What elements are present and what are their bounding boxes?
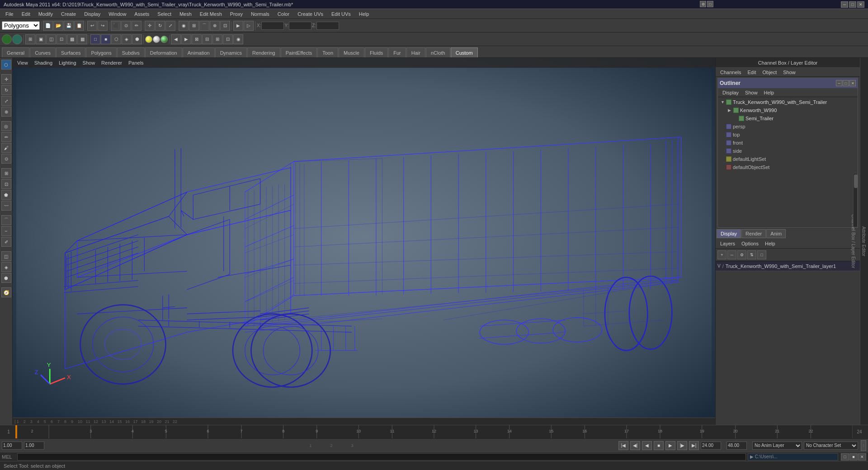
menu-color[interactable]: Color (274, 9, 293, 19)
cmd-btn-1[interactable]: □ (841, 453, 849, 461)
viewport-menu-panels[interactable]: Panels (126, 58, 146, 67)
prev-frame-button[interactable]: ◀| (630, 441, 640, 450)
outliner-item[interactable]: ▶ Kenworth_W990 (719, 106, 857, 114)
timeline-ruler[interactable]: 2 3 4 5 6 7 8 9 10 11 12 13 14 15 16 17 … (15, 425, 853, 438)
x-input[interactable] (261, 22, 284, 30)
anim-layer-select[interactable]: No Anim Layer (752, 442, 802, 450)
pencil-curve-button[interactable]: ✐ (1, 237, 11, 247)
sculpt-button[interactable]: ✏ (1, 132, 11, 142)
menu-edit[interactable]: Edit (18, 9, 34, 19)
new-layer-button[interactable]: + (717, 250, 726, 259)
cb-tab-anim[interactable]: Anim (766, 229, 786, 238)
viewport-menu-show[interactable]: Show (80, 58, 98, 67)
save-as-button[interactable]: 📋 (74, 21, 84, 31)
select-mode-button[interactable]: ⬛ (111, 21, 121, 31)
new-file-button[interactable]: 📄 (43, 21, 53, 31)
layers-layers-menu[interactable]: Layers (717, 240, 738, 247)
menu-normals[interactable]: Normals (247, 9, 273, 19)
outliner-help-menu[interactable]: Help (761, 89, 777, 96)
delete-layer-button[interactable]: ─ (727, 250, 736, 259)
layers-help-menu[interactable]: Help (762, 240, 778, 247)
tab-fur[interactable]: Fur (388, 47, 406, 57)
soft-select-button[interactable]: ◉ (179, 21, 189, 31)
create-joint-button[interactable]: ⊡ (1, 179, 11, 189)
panel-resize-button[interactable]: □ (707, 1, 713, 7)
outliner-display-menu[interactable]: Display (720, 89, 741, 96)
outliner-item[interactable]: ▶ defaultLightSet (719, 155, 857, 163)
tab-general[interactable]: General (2, 47, 29, 57)
layout-btn-6[interactable]: ▦ (77, 34, 87, 44)
view-icon-2[interactable]: ▶ (181, 34, 191, 44)
tab-custom[interactable]: Custom (451, 47, 478, 57)
viewport-menu-view[interactable]: View (14, 58, 31, 67)
cmd-btn-3[interactable]: ✕ (858, 453, 866, 461)
snap-point-button[interactable]: ⊕ (210, 21, 220, 31)
tab-muscle[interactable]: Muscle (339, 47, 364, 57)
y-input[interactable] (289, 22, 311, 30)
outliner-item[interactable]: ▶ defaultObjectSet (719, 163, 857, 171)
outliner-item[interactable]: ▶ top (719, 131, 857, 139)
outliner-minimize[interactable]: ─ (836, 80, 842, 86)
tab-painteffects[interactable]: PaintEffects (281, 47, 317, 57)
tab-toon[interactable]: Toon (317, 47, 338, 57)
layout-btn-5[interactable]: ▩ (67, 34, 77, 44)
tab-dynamics[interactable]: Dynamics (215, 47, 247, 57)
camera-link-button[interactable]: ⬢ (1, 273, 11, 283)
layer-editor-button[interactable]: □ (757, 250, 766, 259)
ipr-button[interactable]: ▷ (244, 21, 254, 31)
minimize-button[interactable]: ─ (841, 1, 848, 8)
z-input[interactable] (316, 22, 339, 30)
current-frame-input[interactable] (24, 442, 44, 450)
expand-icon[interactable]: ▶ (728, 108, 733, 113)
view-icon-1[interactable]: ◀ (171, 34, 181, 44)
tab-animation[interactable]: Animation (183, 47, 215, 57)
timeline[interactable]: 1 (0, 425, 868, 438)
tab-subdivs[interactable]: Subdivs (117, 47, 145, 57)
next-frame-button[interactable]: |▶ (677, 441, 687, 450)
shading-btn-2[interactable]: ■ (101, 34, 111, 44)
outliner-item[interactable]: ▶ side (719, 147, 857, 155)
menu-assets[interactable]: Assets (131, 9, 153, 19)
view-icon-7[interactable]: ◉ (233, 34, 243, 44)
viewport-menu-renderer[interactable]: Renderer (99, 58, 125, 67)
view-icon-5[interactable]: ⊞ (212, 34, 222, 44)
anim-end-input[interactable] (701, 442, 721, 450)
menu-edit-uvs[interactable]: Edit UVs (328, 9, 354, 19)
layers-options-menu[interactable]: Options (739, 240, 761, 247)
tab-ncloth[interactable]: nCloth (426, 47, 450, 57)
tab-rendering[interactable]: Rendering (247, 47, 280, 57)
go-to-end-button[interactable]: ▶| (689, 441, 699, 450)
lasso-select-button[interactable]: ⊙ (121, 21, 131, 31)
play-back-button[interactable]: ◀ (642, 441, 652, 450)
cb-edit-menu[interactable]: Edit (745, 69, 759, 76)
color-sphere-3[interactable] (160, 36, 168, 43)
snap-curve-button[interactable]: ⌒ (199, 21, 209, 31)
panel-resize-grip[interactable]: ⋮ (861, 440, 866, 451)
menu-modify[interactable]: Modify (35, 9, 57, 19)
snap-grid-button[interactable]: ⊞ (189, 21, 199, 31)
layout-btn-2[interactable]: ▣ (36, 34, 46, 44)
viewport[interactable]: View Shading Lighting Show Renderer Pane… (13, 58, 715, 418)
view-icon-4[interactable]: ⊟ (202, 34, 212, 44)
cb-tab-display[interactable]: Display (717, 229, 741, 238)
scale-tool-button[interactable]: ⤢ (165, 21, 175, 31)
camera-button[interactable]: ◫ (1, 251, 11, 261)
paint-select-button[interactable]: ✏ (132, 21, 142, 31)
ep-curve-button[interactable]: ⌣ (1, 226, 11, 236)
outliner-close[interactable]: ✕ (849, 80, 856, 86)
end-frame-input[interactable] (726, 442, 747, 450)
tab-hair[interactable]: Hair (406, 47, 425, 57)
shading-btn-4[interactable]: ◈ (122, 34, 132, 44)
tab-fluids[interactable]: Fluids (365, 47, 388, 57)
redo-button[interactable]: ↪ (98, 21, 108, 31)
open-file-button[interactable]: 📂 (53, 21, 63, 31)
menu-help[interactable]: Help (355, 9, 373, 19)
viewport-menu-shading[interactable]: Shading (32, 58, 55, 67)
universal-manip-button[interactable]: ⊕ (1, 107, 11, 117)
layout-btn-1[interactable]: ⊞ (25, 34, 35, 44)
menu-select[interactable]: Select (154, 9, 175, 19)
command-input[interactable] (17, 453, 746, 461)
move-tool-button[interactable]: ✛ (145, 21, 155, 31)
rotate-tool-button[interactable]: ↻ (155, 21, 165, 31)
undo-button[interactable]: ↩ (87, 21, 97, 31)
